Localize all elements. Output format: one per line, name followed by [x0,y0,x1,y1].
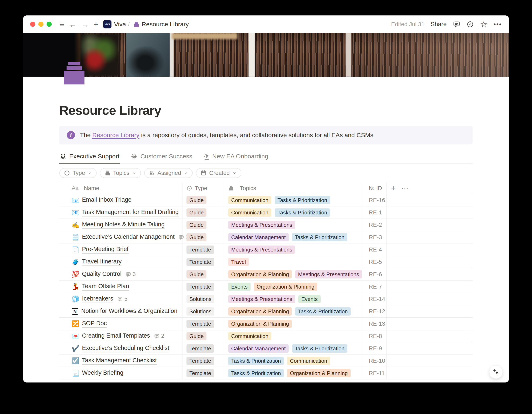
name-cell[interactable]: 🔀 SOP Doc [59,318,182,330]
id-cell[interactable]: RE-9 [361,342,386,355]
id-cell[interactable]: RE-16 [361,194,386,206]
row-name-link[interactable]: Pre-Meeting Brief [82,246,129,254]
topics-cell[interactable]: Calendar ManagementTasks & Prioritizatio… [223,342,361,355]
filter-topics[interactable]: Topics [100,168,141,178]
close-window-button[interactable] [30,22,35,27]
type-cell[interactable]: Template [182,367,223,379]
topics-cell[interactable]: Tasks & PrioritizationCommunication [223,355,361,367]
type-tag[interactable]: Guide [186,221,207,229]
type-cell[interactable]: Template [182,355,223,367]
topics-cell[interactable]: Organization & PlanningTasks & Prioritiz… [223,305,361,317]
workspace-logo[interactable]: VIVA [103,20,112,28]
type-cell[interactable]: Template [182,318,223,330]
topics-cell[interactable]: Meetings & Presentations [223,219,361,231]
topics-cell[interactable]: Meetings & PresentationsEvents [223,293,361,305]
column-header-type[interactable]: Type [182,182,223,194]
id-cell[interactable]: RE-11 [361,367,386,379]
topic-tag[interactable]: Calendar Management [228,344,289,353]
notion-ai-button[interactable] [489,365,503,379]
table-row[interactable]: 🧊 Icebreakers 5 Solutions Meetings & Pre… [59,293,473,305]
id-cell[interactable]: RE-12 [361,305,386,317]
row-name-link[interactable]: Meeting Notes & Minute Taking [82,221,165,229]
type-tag[interactable]: Guide [186,233,207,241]
topic-tag[interactable]: Communication [287,357,330,365]
table-row[interactable]: 📄 Pre-Meeting Brief Template Meetings & … [59,244,473,256]
topic-tag[interactable]: Organization & Planning [254,282,317,291]
type-tag[interactable]: Solutions [186,307,214,316]
type-cell[interactable]: Solutions [182,305,223,317]
topic-tag[interactable]: Organization & Planning [228,320,292,328]
table-row[interactable]: ☑️ Task Management Checklist Template Ta… [59,355,473,367]
table-row[interactable]: 💯 Quality Control 3 Guide Organization &… [59,268,473,281]
topic-tag[interactable]: Communication [228,208,271,217]
id-cell[interactable]: RE-6 [361,268,386,280]
type-tag[interactable]: Guide [186,196,207,204]
forward-icon[interactable]: → [81,20,89,28]
name-cell[interactable]: 💯 Quality Control 3 [59,268,182,280]
share-button[interactable]: Share [431,21,446,28]
row-name-link[interactable]: Executive’s Calendar Management [82,233,174,241]
type-tag[interactable]: Template [186,258,214,266]
topics-cell[interactable]: CommunicationTasks & Prioritization [223,194,361,206]
topic-tag[interactable]: Communication [228,196,271,204]
id-cell[interactable]: RE-8 [361,330,386,342]
name-cell[interactable]: ✍️ Meeting Notes & Minute Taking [59,219,182,231]
callout-page-link[interactable]: Resource Library [92,132,139,138]
table-row[interactable]: 📃 Weekly Briefing Template Tasks & Prior… [59,367,473,379]
topic-tag[interactable]: Tasks & Prioritization [275,196,330,204]
type-cell[interactable]: Guide [182,206,223,218]
name-cell[interactable]: 💃 Team Offsite Plan [59,281,182,293]
name-cell[interactable]: 📃 Weekly Briefing [59,367,182,379]
comment-indicator[interactable]: 2 [154,333,164,339]
type-cell[interactable]: Guide [182,231,223,243]
page-archive-icon[interactable] [64,62,85,85]
name-cell[interactable]: N Notion for Workflows & Organization [59,305,182,317]
topic-tag[interactable]: Tasks & Prioritization [228,357,284,365]
row-name-link[interactable]: Travel Itinerary [82,258,122,266]
breadcrumb-workspace[interactable]: Viva [114,21,126,28]
row-name-link[interactable]: Team Offsite Plan [82,283,129,291]
type-tag[interactable]: Guide [186,332,207,340]
zoom-window-button[interactable] [47,22,52,27]
table-row[interactable]: N Notion for Workflows & Organization So… [59,305,473,318]
type-tag[interactable]: Guide [186,270,207,278]
topic-tag[interactable]: Tasks & Prioritization [275,208,330,217]
id-cell[interactable]: RE-13 [361,318,386,330]
id-cell[interactable]: RE-14 [361,293,386,305]
comment-indicator[interactable]: 5 [117,296,128,302]
name-cell[interactable]: 🗒️ Executive’s Calendar Management 1 [59,231,182,243]
table-row[interactable]: 🧳 Travel Itinerary Template Travel RE-5 [59,256,473,268]
name-cell[interactable]: 🧳 Travel Itinerary [59,256,182,268]
topics-cell[interactable]: Meetings & Presentations [223,244,361,256]
id-cell[interactable]: RE-5 [361,256,386,268]
type-cell[interactable]: Guide [182,330,223,342]
breadcrumb-page[interactable]: Resource Library [142,21,189,28]
menu-icon[interactable]: ≡ [60,20,64,28]
page-title[interactable]: Resource Library [59,103,473,118]
type-cell[interactable]: Template [182,281,223,293]
type-tag[interactable]: Template [186,369,214,377]
id-cell[interactable]: RE-3 [361,231,386,243]
table-row[interactable]: 🗒️ Executive’s Calendar Management 1 Gui… [59,231,473,244]
filter-created[interactable]: Created [196,168,241,178]
topics-cell[interactable]: Tasks & PrioritizationOrganization & Pla… [223,367,361,379]
topic-tag[interactable]: Tasks & Prioritization [292,344,347,353]
row-name-link[interactable]: Weekly Briefing [82,369,124,377]
type-tag[interactable]: Solutions [186,295,214,303]
column-header-id[interactable]: № ID [361,182,386,194]
back-icon[interactable]: ← [69,20,77,28]
type-tag[interactable]: Template [186,344,214,353]
topic-tag[interactable]: Communication [228,332,271,340]
type-cell[interactable]: Template [182,256,223,268]
topic-tag[interactable]: Calendar Management [228,233,289,241]
tab-customer-success[interactable]: Customer Success [130,151,193,163]
table-options-icon[interactable]: ⋯ [401,184,409,192]
row-name-link[interactable]: SOP Doc [82,320,107,328]
filter-type[interactable]: Type [59,168,97,178]
row-name-link[interactable]: Icebreakers [82,295,113,303]
topic-tag[interactable]: Meetings & Presentations [295,270,361,278]
type-cell[interactable]: Solutions [182,293,223,305]
topic-tag[interactable]: Tasks & Prioritization [292,233,347,241]
row-name-link[interactable]: Task Management for Email Drafting [82,209,179,216]
new-page-icon[interactable]: + [94,20,98,28]
